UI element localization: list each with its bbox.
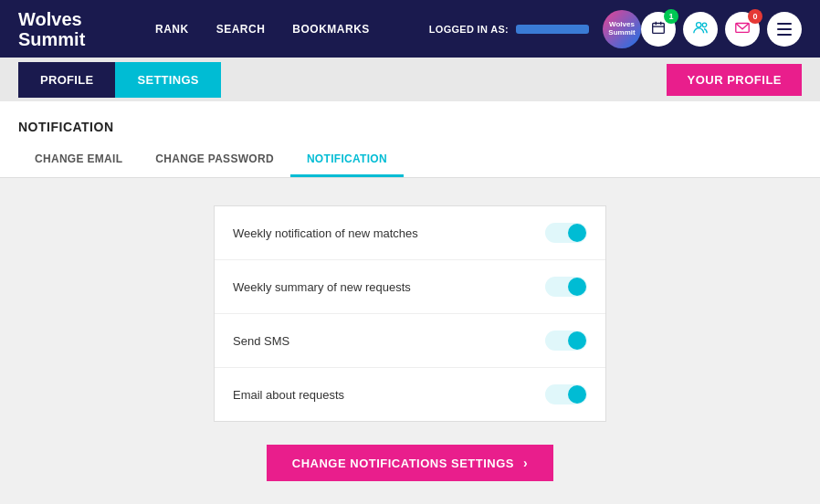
setting-label-weekly-matches: Weekly notification of new matches	[233, 226, 418, 240]
logged-in-label: LOGGED IN AS:	[429, 24, 509, 35]
user-name-bar	[516, 25, 589, 34]
main-content: Weekly notification of new matches Weekl…	[0, 178, 820, 499]
sub-tab-change-email[interactable]: CHANGE EMAIL	[18, 143, 139, 177]
logged-in-section: LOGGED IN AS:	[429, 24, 589, 35]
sub-tab-change-password[interactable]: CHANGE PASSWORD	[139, 143, 290, 177]
change-notifications-label: CHANGE NOTIFICATIONS SETTINGS	[292, 457, 514, 470]
header: Wolves Summit RANK SEARCH BOOKMARKS LOGG…	[0, 0, 820, 58]
setting-row-email-requests: Email about requests	[215, 368, 605, 421]
mail-icon	[734, 19, 751, 38]
nav-search[interactable]: SEARCH	[216, 23, 266, 36]
setting-label-sms: Send SMS	[233, 334, 289, 348]
arrow-right-icon: ›	[523, 456, 528, 470]
settings-card: Weekly notification of new matches Weekl…	[214, 205, 606, 422]
sub-tabs: CHANGE EMAIL CHANGE PASSWORD NOTIFICATIO…	[0, 143, 820, 178]
svg-point-5	[702, 23, 707, 27]
toggle-sms[interactable]	[545, 331, 587, 351]
avatar: WolvesSummit	[603, 10, 641, 48]
logo: Wolves Summit	[18, 9, 119, 49]
main-tabs: PROFILE SETTINGS	[18, 62, 221, 98]
tab-profile[interactable]: PROFILE	[18, 62, 115, 98]
btn-area: CHANGE NOTIFICATIONS SETTINGS ›	[18, 422, 802, 490]
mail-badge: 0	[748, 9, 762, 24]
calendar-icon	[650, 19, 667, 38]
toggle-weekly-requests[interactable]	[545, 277, 587, 297]
toggle-knob	[568, 224, 586, 242]
svg-rect-0	[653, 24, 665, 34]
menu-button[interactable]	[767, 12, 802, 47]
calendar-badge: 1	[664, 9, 678, 24]
mail-button[interactable]: 0	[725, 12, 760, 47]
header-icons: 1 0	[641, 12, 802, 47]
setting-label-email-requests: Email about requests	[233, 388, 344, 402]
toggle-knob	[568, 278, 586, 296]
main-nav: RANK SEARCH BOOKMARKS	[155, 23, 429, 36]
calendar-button[interactable]: 1	[641, 12, 676, 47]
toggle-knob	[568, 385, 586, 404]
menu-icon	[777, 23, 792, 25]
svg-point-4	[697, 23, 701, 27]
setting-label-weekly-requests: Weekly summary of new requests	[233, 280, 411, 294]
setting-row-weekly-matches: Weekly notification of new matches	[215, 206, 605, 260]
menu-icon	[777, 34, 792, 36]
setting-row-weekly-requests: Weekly summary of new requests	[215, 260, 605, 314]
setting-row-sms: Send SMS	[215, 314, 605, 368]
menu-icon	[777, 28, 792, 30]
notification-section: NOTIFICATION	[0, 101, 820, 143]
your-profile-button[interactable]: YOUR PROFILE	[667, 64, 802, 96]
toggle-email-requests[interactable]	[545, 384, 587, 404]
sub-tab-notification[interactable]: NOTIFICATION	[290, 143, 404, 177]
toggle-weekly-matches[interactable]	[545, 223, 587, 243]
change-notifications-button[interactable]: CHANGE NOTIFICATIONS SETTINGS ›	[267, 445, 553, 481]
nav-rank[interactable]: RANK	[155, 23, 189, 36]
people-button[interactable]	[683, 12, 718, 47]
top-bar: PROFILE SETTINGS YOUR PROFILE	[0, 58, 820, 101]
tab-settings[interactable]: SETTINGS	[115, 62, 220, 98]
nav-bookmarks[interactable]: BOOKMARKS	[292, 23, 370, 36]
people-icon	[692, 19, 709, 38]
notification-title: NOTIFICATION	[18, 120, 802, 143]
toggle-knob	[568, 331, 586, 350]
